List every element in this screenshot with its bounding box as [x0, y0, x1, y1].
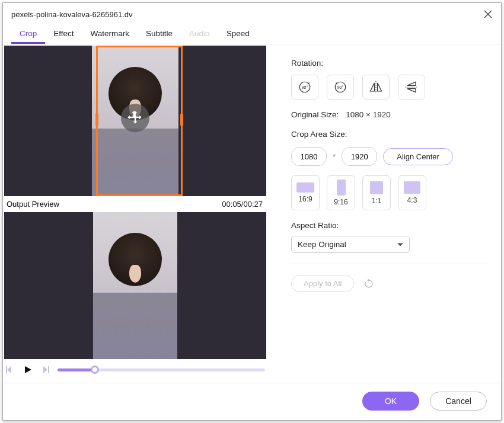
settings-column: Rotation: 90° 90° Ori	[275, 44, 501, 383]
ratio-label: 9:16	[334, 198, 347, 206]
prev-frame-icon	[5, 365, 15, 374]
rotate-ccw-icon: 90°	[332, 79, 349, 95]
ratio-shape-icon	[370, 181, 383, 194]
flip-horizontal-button[interactable]	[362, 75, 390, 100]
dialog-footer: OK Cancel	[3, 383, 501, 420]
flip-vertical-button[interactable]	[398, 75, 425, 100]
ratio-4-3-button[interactable]: 4:3	[398, 175, 426, 210]
preview-info-bar: Output Preview 00:05/00:27	[3, 196, 266, 212]
next-frame-icon	[41, 365, 50, 374]
rotate-ccw-button[interactable]: 90°	[327, 75, 354, 100]
aspect-ratio-select[interactable]: Keep Original	[291, 236, 410, 253]
flip-horizontal-icon	[368, 79, 384, 95]
svg-marker-13	[378, 83, 382, 91]
move-icon	[127, 110, 143, 126]
cancel-button[interactable]: Cancel	[430, 392, 487, 411]
crop-size-section: Crop Area Size: * Align Center 16:9	[291, 130, 488, 210]
output-frame	[93, 212, 177, 359]
dialog-body: Output Preview 00:05/00:27	[3, 44, 501, 383]
apply-to-all-button[interactable]: Apply to All	[291, 275, 354, 292]
ratio-shape-icon	[404, 181, 420, 194]
crop-area-label: Crop Area Size:	[291, 130, 488, 139]
crop-preview[interactable]	[4, 46, 266, 196]
ratio-shape-icon	[296, 182, 314, 193]
ratio-1-1-button[interactable]: 1:1	[362, 175, 391, 210]
rotate-cw-button[interactable]: 90°	[291, 75, 318, 100]
original-size-value: 1080 × 1920	[346, 110, 390, 119]
move-indicator[interactable]	[121, 104, 149, 132]
reset-icon[interactable]	[363, 278, 374, 289]
tab-bar: Crop Effect Watermark Subtitle Audio Spe…	[3, 23, 501, 44]
output-preview-label: Output Preview	[7, 200, 59, 209]
preview-time: 00:05/00:27	[222, 200, 263, 209]
tab-audio: Audio	[181, 25, 218, 44]
playback-slider[interactable]	[58, 361, 265, 378]
align-center-button[interactable]: Align Center	[383, 148, 453, 165]
apply-row: Apply to All	[291, 275, 488, 292]
ratio-label: 4:3	[407, 196, 417, 204]
divider	[291, 264, 488, 264]
aspect-ratio-label: Aspect Ratio:	[291, 221, 488, 230]
tab-crop[interactable]: Crop	[11, 25, 45, 44]
play-icon	[23, 365, 33, 374]
prev-frame-button[interactable]	[4, 364, 16, 376]
close-button[interactable]	[480, 6, 496, 23]
titlebar: pexels-polina-kovaleva-6265961.dv	[3, 3, 501, 23]
output-preview	[4, 212, 266, 359]
rotation-section: Rotation: 90° 90°	[291, 59, 488, 100]
aspect-section: Aspect Ratio: Keep Original	[291, 221, 488, 253]
tab-watermark[interactable]: Watermark	[82, 25, 138, 44]
ratio-9-16-button[interactable]: 9:16	[327, 175, 355, 210]
svg-marker-2	[7, 366, 11, 373]
rotation-label: Rotation:	[291, 59, 488, 68]
crop-width-input[interactable]	[291, 147, 327, 166]
svg-marker-5	[43, 366, 47, 373]
next-frame-button[interactable]	[40, 364, 52, 376]
tab-speed[interactable]: Speed	[218, 25, 258, 44]
close-icon	[484, 10, 492, 18]
original-size-row: Original Size: 1080 × 1920	[291, 110, 488, 119]
svg-marker-12	[370, 83, 374, 91]
svg-text:90°: 90°	[302, 85, 308, 89]
svg-rect-3	[6, 366, 7, 373]
crop-height-input[interactable]	[342, 147, 377, 166]
ok-button[interactable]: OK	[362, 392, 419, 411]
multiply-symbol: *	[333, 152, 336, 161]
svg-marker-16	[407, 89, 416, 92]
player-controls	[3, 359, 266, 384]
svg-marker-17	[367, 278, 369, 281]
ratio-label: 1:1	[372, 197, 382, 205]
ratio-shape-icon	[337, 180, 346, 196]
video-crop-dialog: pexels-polina-kovaleva-6265961.dv Crop E…	[2, 2, 502, 421]
window-title: pexels-polina-kovaleva-6265961.dv	[11, 10, 133, 19]
tab-subtitle[interactable]: Subtitle	[138, 25, 181, 44]
svg-text:90°: 90°	[337, 85, 344, 89]
original-size-label: Original Size:	[291, 110, 339, 119]
svg-rect-6	[48, 366, 49, 373]
ratio-label: 16:9	[298, 195, 312, 203]
ratio-16-9-button[interactable]: 16:9	[291, 175, 320, 210]
svg-marker-4	[25, 366, 31, 373]
rotate-cw-icon: 90°	[296, 79, 313, 95]
play-button[interactable]	[22, 364, 34, 376]
preview-column: Output Preview 00:05/00:27	[3, 44, 275, 383]
svg-marker-15	[407, 82, 416, 85]
flip-vertical-icon	[403, 79, 420, 95]
tab-effect[interactable]: Effect	[45, 25, 82, 44]
